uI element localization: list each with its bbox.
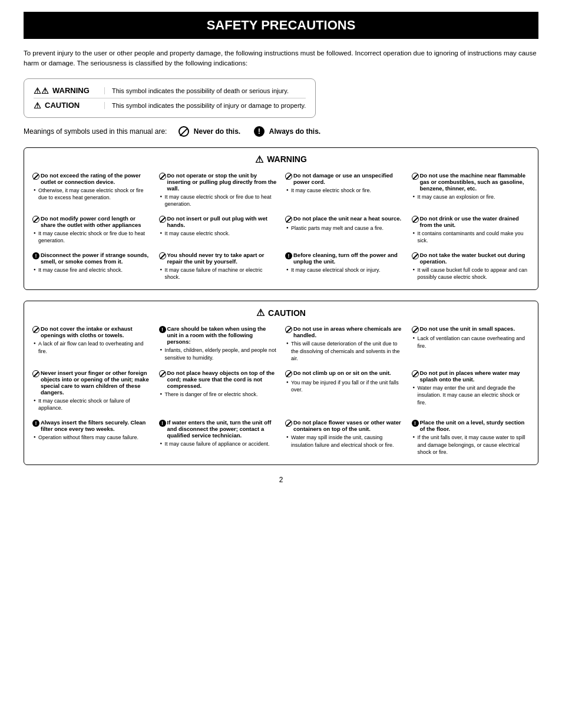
no-icon [412,326,419,333]
cell-body: A lack of air flow can lead to overheati… [32,340,151,355]
cell-body: You may be injured if you fall or if the… [285,379,404,394]
cell-body: There is danger of fire or electric shoc… [159,391,277,398]
cell-title-text: Disconnect the power if strange sounds, … [41,252,151,265]
page-number: 2 [24,476,538,484]
never-do-icon [178,126,189,137]
caution-desc: This symbol indicates the possibility of… [104,102,306,109]
cell-title-text: Do not exceed the rating of the power ou… [41,172,151,185]
cell-title: Do not cover the intake or exhaust openi… [32,325,151,338]
cell-body: If the unit falls over, it may cause wat… [412,434,530,456]
grid-cell: Do not use the machine near flammable ga… [411,171,531,210]
cell-title-text: Do not drink or use the water drained fr… [420,215,530,228]
intro-text: To prevent injury to the user or other p… [24,48,538,69]
cell-title-text: Do not place the unit near a heat source… [293,215,401,222]
cell-body: It may cause electrical shock or injury. [285,266,404,274]
no-icon [412,252,419,259]
grid-cell: Do not drink or use the water drained fr… [411,214,531,247]
grid-cell: !Disconnect the power if strange sounds,… [31,251,152,284]
cell-body: Lack of ventilation can cause overheatin… [412,335,530,350]
no-icon [32,370,39,377]
grid-cell: Never insert your finger or other foreig… [31,368,152,414]
cell-title: Do not exceed the rating of the power ou… [32,172,151,185]
grid-cell: Do not climb up on or sit on the unit.Yo… [284,368,405,414]
cell-body: It may cause failure of machine or elect… [159,266,277,281]
warning-label: ⚠⚠ WARNING [34,86,104,95]
list-item: It may cause failure of appliance or acc… [160,440,277,448]
grid-cell: Do not modify power cord length or share… [31,214,152,247]
cell-body: It may cause an explosion or fire. [412,193,530,201]
cell-title: !Disconnect the power if strange sounds,… [32,252,151,265]
do-icon: ! [159,326,166,333]
grid-cell: Do not take the water bucket out during … [411,251,531,284]
cell-title-text: Do not damage or use an unspecified powe… [293,172,404,185]
no-icon [159,370,166,377]
cell-body: It will cause bucket full code to appear… [412,266,530,281]
no-icon [32,326,39,333]
grid-cell: !Care should be taken when using the uni… [158,324,279,365]
caution-label: ⚠ CAUTION [34,101,104,110]
list-item: A lack of air flow can lead to overheati… [34,340,151,355]
caution-grid: Do not cover the intake or exhaust openi… [31,324,531,459]
cell-title-text: Before cleaning, turn off the power and … [293,252,404,265]
cell-title: !Care should be taken when using the uni… [159,325,277,345]
grid-cell: Do not cover the intake or exhaust openi… [31,324,152,365]
cell-title-text: Do not put in places where water may spl… [420,370,530,383]
do-icon: ! [412,420,419,427]
cell-title-text: Do not climb up on or sit on the unit. [293,370,391,376]
cell-body: Plastic parts may melt and cause a fire. [285,225,404,232]
caution-section-header: ⚠ CAUTION [31,307,531,318]
no-icon [285,326,292,333]
no-icon [285,216,292,223]
cell-title: !Always insert the filters securely. Cle… [32,419,151,432]
cell-title: Do not drink or use the water drained fr… [412,215,530,228]
warning-section: ⚠ WARNING Do not exceed the rating of th… [24,147,538,291]
cell-body: Water may enter the unit and degrade the… [412,384,530,407]
cell-title-text: Do not place flower vases or other water… [293,419,404,432]
no-icon [285,370,292,377]
cell-body: It may cause electric shock. [159,230,277,238]
cell-body: Infants, children, elderly people, and p… [159,347,277,361]
cell-body: Water may spill inside the unit, causing… [285,434,404,449]
cell-title-text: Place the unit on a level, sturdy sectio… [420,419,530,432]
list-item: Water may enter the unit and degrade the… [413,384,530,407]
cell-body: It may cause electric shock or failure o… [32,397,151,412]
no-icon [159,216,166,223]
symbol-legend: ⚠⚠ WARNING This symbol indicates the pos… [24,78,316,118]
no-icon [32,173,39,180]
cell-title-text: Do not use in areas where chemicals are … [293,325,404,338]
do-icon: ! [32,420,39,427]
cell-body: Otherwise, it may cause electric shock o… [32,187,151,202]
cell-title-text: Do not operate or stop the unit by inser… [167,172,277,192]
list-item: Lack of ventilation can cause overheatin… [413,335,530,350]
cell-title: Do not insert or pull out plug with wet … [159,215,277,228]
grid-cell: Do not place the unit near a heat source… [284,214,405,247]
cell-body: It may cause electric shock or fire due … [159,193,277,208]
cell-title: Do not put in places where water may spl… [412,370,530,383]
list-item: It may cause electric shock or fire due … [160,193,277,208]
no-icon [412,370,419,377]
no-icon [412,173,419,180]
cell-body: This will cause deterioration of the uni… [285,340,404,363]
no-icon [285,420,292,427]
cell-title-text: Always insert the filters securely. Clea… [41,419,151,432]
list-item: It may cause failure of machine or elect… [160,266,277,281]
no-icon [32,216,39,223]
cell-body: Operation without filters may cause fail… [32,434,151,442]
grid-cell: Do not use in areas where chemicals are … [284,324,405,365]
do-icon: ! [159,420,166,427]
warning-grid: Do not exceed the rating of the power ou… [31,171,531,284]
always-do-icon: ! [254,126,265,137]
cell-title-text: Do not cover the intake or exhaust openi… [41,325,151,338]
cell-title: Do not take the water bucket out during … [412,252,530,265]
cell-title: You should never try to take apart or re… [159,252,277,265]
list-item: If the unit falls over, it may cause wat… [413,434,530,456]
cell-title-text: Do not use the machine near flammable ga… [420,172,530,192]
list-item: Plastic parts may melt and cause a fire. [286,225,404,232]
cell-title: Do not place heavy objects on top of the… [159,370,277,389]
cell-title: !If water enters the unit, turn the unit… [159,419,277,439]
warning-section-header: ⚠ WARNING [31,154,531,165]
grid-cell: Do not damage or use an unspecified powe… [284,171,405,210]
cell-title: Do not modify power cord length or share… [32,215,151,228]
list-item: There is danger of fire or electric shoc… [160,391,277,398]
list-item: It may cause fire and electric shock. [34,266,151,274]
